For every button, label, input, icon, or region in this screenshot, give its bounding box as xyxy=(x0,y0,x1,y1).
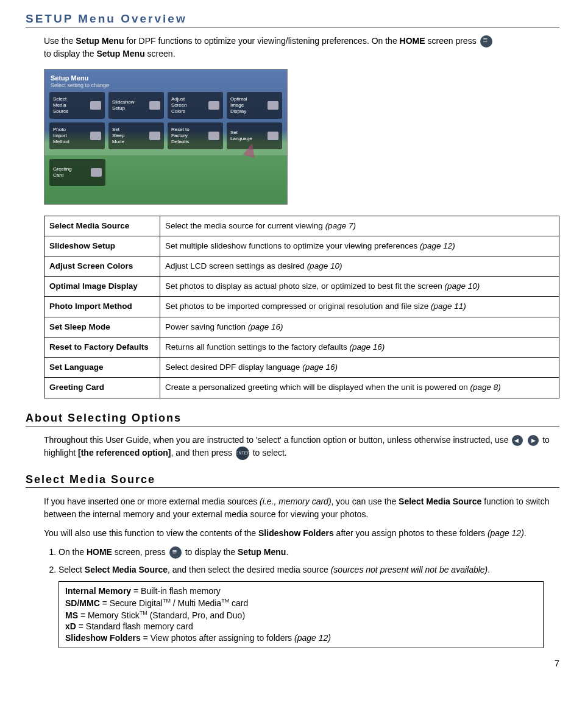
page-number: 7 xyxy=(26,658,559,668)
description-table: Select Media SourceSelect the media sour… xyxy=(44,216,559,398)
def-text: = View photos after assigning to folders xyxy=(141,633,294,643)
table-row: Set LanguageSelect desired DPF display l… xyxy=(44,358,559,378)
text: , and then select the desired media sour… xyxy=(168,565,331,574)
trademark: TM xyxy=(163,598,171,604)
screenshot-subtitle: Select setting to change xyxy=(51,82,281,88)
table-value: Select the media source for current view… xyxy=(160,216,559,236)
text-bold: Setup Menu xyxy=(238,547,286,557)
text: If you have inserted one or more externa… xyxy=(44,497,260,506)
text-bold: HOME xyxy=(400,36,425,46)
text-italic: (page 12) xyxy=(488,528,524,538)
table-key: Set Sleep Mode xyxy=(44,317,160,337)
table-key: Adjust Screen Colors xyxy=(44,256,160,277)
def-term: Internal Memory xyxy=(65,586,131,596)
text-bold: Select Media Source xyxy=(85,565,168,574)
table-key: Reset to Factory Defaults xyxy=(44,337,160,357)
text: to select. xyxy=(253,448,287,458)
text: On the xyxy=(58,547,87,557)
text: after you assign photos to these folders xyxy=(334,528,488,538)
text: for DPF functions to optimize your viewi… xyxy=(124,36,399,46)
setup-btn: Select Media Source xyxy=(49,92,105,119)
table-value: Power saving function (page 16) xyxy=(160,317,559,337)
enter-icon xyxy=(236,447,249,460)
setup-btn: Greeting Card xyxy=(49,159,105,186)
table-value: Create a personalized greeting which wil… xyxy=(160,378,559,398)
text-bold: [the referenced option] xyxy=(78,448,171,458)
text: Use the xyxy=(44,36,76,46)
table-row: Reset to Factory DefaultsReturns all fun… xyxy=(44,337,559,357)
setup-btn: Optimal Image Display xyxy=(227,92,282,119)
text: , you can use the xyxy=(332,497,399,506)
table-row: Slideshow SetupSet multiple slideshow fu… xyxy=(44,236,559,256)
def-text: (Standard, Pro, and Duo) xyxy=(147,610,245,620)
def-text: = Standard flash memory card xyxy=(76,621,193,631)
table-value: Set photos to display as actual photo si… xyxy=(160,277,559,297)
text: screen. xyxy=(145,49,176,58)
setup-btn: Set Sleep Mode xyxy=(108,122,164,149)
setup-btn: Photo Import Method xyxy=(49,122,105,149)
def-text: = Memory Stick xyxy=(78,610,140,620)
def-term: Slideshow Folders xyxy=(65,633,141,643)
def-term: SD/MMC xyxy=(65,598,100,608)
table-row: Set Sleep ModePower saving function (pag… xyxy=(44,317,559,337)
text: screen press xyxy=(425,36,479,46)
text: . xyxy=(286,547,288,557)
text-italic: (i.e., memory card) xyxy=(260,497,331,506)
table-value: Adjust LCD screen settings as desired (p… xyxy=(160,256,559,277)
table-row: Greeting CardCreate a personalized greet… xyxy=(44,378,559,398)
left-arrow-icon xyxy=(512,435,523,446)
def-text: / Multi Media xyxy=(171,598,221,608)
def-text: = Built-in flash memory xyxy=(131,586,221,596)
table-key: Optimal Image Display xyxy=(44,277,160,297)
menu-icon xyxy=(480,35,492,48)
text: Select xyxy=(58,565,85,574)
list-item: Select Select Media Source, and then sel… xyxy=(58,564,559,576)
intro-text: Use the Setup Menu for DPF functions to … xyxy=(44,35,559,60)
table-key: Greeting Card xyxy=(44,378,160,398)
table-value: Select desired DPF display language (pag… xyxy=(160,358,559,378)
setup-menu-screenshot: Setup Menu Select setting to change Sele… xyxy=(44,69,288,205)
section-heading: Select Media Source xyxy=(26,473,559,488)
def-term: MS xyxy=(65,610,78,620)
text: . xyxy=(524,528,526,538)
definitions-box: Internal Memory = Built-in flash memory … xyxy=(58,581,544,648)
table-key: Select Media Source xyxy=(44,216,160,236)
text-bold: HOME xyxy=(87,547,112,557)
table-value: Set multiple slideshow functions to opti… xyxy=(160,236,559,256)
table-row: Select Media SourceSelect the media sour… xyxy=(44,216,559,236)
setup-btn: Adjust Screen Colors xyxy=(168,92,223,119)
table-row: Optimal Image DisplaySet photos to displ… xyxy=(44,277,559,297)
table-key: Set Language xyxy=(44,358,160,378)
def-term: xD xyxy=(65,621,76,631)
table-value: Returns all function settings to the fac… xyxy=(160,337,559,357)
sms-text: If you have inserted one or more externa… xyxy=(44,495,559,540)
def-text: = Secure Digital xyxy=(100,598,163,608)
trademark: TM xyxy=(221,598,229,604)
menu-icon xyxy=(169,546,182,559)
text: , and then press xyxy=(171,448,235,458)
setup-btn: Slideshow Setup xyxy=(108,92,164,119)
list-item: On the HOME screen, press to display the… xyxy=(58,546,559,559)
table-value: Set photos to be imported compressed or … xyxy=(160,297,559,317)
screenshot-title: Setup Menu xyxy=(51,74,281,82)
text: . xyxy=(488,565,490,574)
instruction-list: On the HOME screen, press to display the… xyxy=(44,546,559,576)
about-text: Throughout this User Guide, when you are… xyxy=(44,434,559,460)
text: to display the xyxy=(44,49,96,58)
text-italic: (sources not present will not be availab… xyxy=(331,565,488,574)
def-text: card xyxy=(229,598,248,608)
trademark: TM xyxy=(140,610,147,616)
text-bold: Slideshow Folders xyxy=(258,528,334,538)
text-italic: (page 12) xyxy=(294,633,331,643)
text-bold: Select Media Source xyxy=(399,497,481,506)
table-row: Photo Import MethodSet photos to be impo… xyxy=(44,297,559,317)
text: screen, press xyxy=(112,547,168,557)
page-title: SETUP Menu Overview xyxy=(26,12,559,27)
section-heading: About Selecting Options xyxy=(26,412,559,426)
setup-btn: Reset to Factory Defaults xyxy=(168,122,223,149)
table-key: Photo Import Method xyxy=(44,297,160,317)
table-key: Slideshow Setup xyxy=(44,236,160,256)
text-bold: Setup Menu xyxy=(76,36,124,46)
text: to display the xyxy=(185,547,238,557)
table-row: Adjust Screen ColorsAdjust LCD screen se… xyxy=(44,256,559,277)
